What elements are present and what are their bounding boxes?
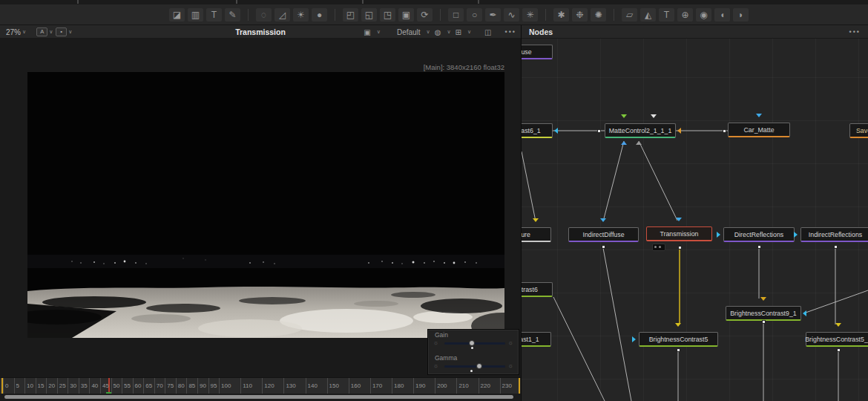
color-curves-icon[interactable]: ◿ (274, 8, 290, 22)
gain-label: Gain (435, 331, 448, 339)
imageplane3d-icon[interactable]: ▱ (622, 8, 637, 22)
node-connector-arrow[interactable] (803, 310, 806, 316)
pixel-inspector-icon[interactable]: ▣ (364, 28, 370, 36)
node-connector-arrow[interactable] (756, 114, 762, 117)
merge-icon[interactable]: ◰ (343, 8, 358, 22)
node-connector-square[interactable] (677, 348, 680, 352)
fastnoise-icon[interactable]: ▥ (188, 8, 203, 22)
timeline-scrollbar-thumb[interactable] (4, 395, 513, 399)
node-directreflections[interactable]: DirectReflections (723, 227, 795, 242)
node-label: DirectReflections (734, 231, 784, 238)
node-mattecontrol2-1-1-1[interactable]: MatteControl2_1_1_1 (605, 123, 676, 138)
node-brightnesscontrast5[interactable]: BrightnessContrast5 (639, 332, 718, 347)
time-ruler[interactable]: 0510152025303540455055606570758085909510… (0, 377, 521, 394)
toolbar-separator (248, 9, 249, 21)
pemitter-icon[interactable]: ✱ (553, 8, 569, 22)
blur-icon[interactable]: ● (312, 8, 327, 22)
node-texture[interactable]: Texture (522, 227, 551, 242)
node-brightnesscontrast5-1[interactable]: BrightnessContrast5_1 (806, 332, 868, 347)
node-car-matte[interactable]: Car_Matte (728, 123, 790, 137)
gain-slider[interactable] (444, 342, 505, 345)
spotlight3d-icon[interactable]: ◖ (714, 8, 730, 22)
node-connector-arrow[interactable] (760, 297, 766, 301)
node-connector-arrow[interactable] (636, 141, 642, 145)
node-brightnesscontrast9-1[interactable]: BrightnessContrast9_1 (726, 306, 801, 321)
node-connector-arrow[interactable] (651, 114, 657, 118)
node-graph[interactable]: DiffuseBrightnessContrast6_1MatteControl… (522, 39, 868, 401)
node-connector-square[interactable] (757, 245, 761, 249)
brightness-contrast-icon[interactable]: ☀ (293, 8, 309, 22)
shape3d-icon[interactable]: ◭ (640, 8, 656, 22)
merge-under-icon[interactable]: ◱ (361, 8, 377, 22)
node-label: BrightnessContrast6_1 (522, 127, 541, 134)
node-label: Saver (856, 127, 868, 134)
node-connector-arrow[interactable] (621, 141, 627, 145)
channel-booleans-icon[interactable]: ◳ (380, 8, 395, 22)
node-connector-square[interactable] (597, 129, 601, 133)
color-corrector-icon[interactable]: ◌ (256, 8, 272, 22)
lut-sphere-icon[interactable]: ◍ (435, 28, 441, 36)
node-connector-square[interactable] (762, 320, 766, 324)
bspline-mask-icon[interactable]: ∿ (504, 8, 519, 22)
rectangle-mask-icon[interactable]: □ (448, 8, 464, 22)
camera3d-icon[interactable]: ◉ (696, 8, 711, 22)
node-connector-square[interactable] (834, 245, 838, 249)
node-connector-arrow[interactable] (600, 218, 606, 222)
text3d-icon[interactable]: T (659, 8, 674, 22)
gamma-slider-handle[interactable] (476, 363, 482, 369)
viewer-options-menu[interactable]: ••• (505, 28, 516, 36)
node-indirectdiffuse[interactable]: IndirectDiffuse (568, 227, 639, 242)
node-connector-arrow[interactable] (554, 128, 558, 134)
node-brightnesscontrast1-1[interactable]: BrightnessContrast1_1 (522, 332, 551, 347)
node-connector-square[interactable] (678, 246, 682, 250)
renderer3d-icon[interactable]: ◗ (733, 8, 749, 22)
node-connector-arrow[interactable] (621, 114, 627, 118)
transform-icon[interactable]: ⟳ (417, 8, 433, 22)
node-connector-arrow[interactable] (794, 232, 798, 238)
node-brightnesscontrast6[interactable]: BrightnessContrast6 (522, 282, 553, 297)
tab-separator (362, 0, 364, 4)
node-connector-square[interactable] (837, 348, 841, 352)
node-diffuse[interactable]: Diffuse (522, 45, 553, 59)
node-connector-square[interactable] (602, 245, 605, 249)
nodes-options-menu[interactable]: ••• (849, 28, 861, 36)
pmerge-icon[interactable]: ❉ (572, 8, 588, 22)
background-icon[interactable]: ◪ (169, 8, 185, 22)
magic-mask-icon[interactable]: ✳ (522, 8, 538, 22)
node-transmission[interactable]: Transmission (646, 226, 712, 241)
node-connector-arrow[interactable] (677, 128, 681, 134)
gain-slider-handle[interactable] (469, 340, 475, 346)
node-indirectreflections[interactable]: IndirectReflections (800, 227, 868, 242)
node-connector-arrow[interactable] (835, 323, 841, 327)
render-range-end-marker[interactable] (519, 378, 520, 394)
node-connector-arrow[interactable] (632, 336, 636, 342)
view-mode-value: Default (397, 28, 421, 36)
view-mode-dropdown[interactable]: Default ∨ (397, 28, 430, 36)
node-connector-arrow[interactable] (675, 323, 681, 327)
node-label: BrightnessContrast5 (649, 336, 708, 343)
toolbar-separator (440, 9, 441, 21)
polygon-mask-icon[interactable]: ✒ (485, 8, 501, 22)
node-connector-arrow[interactable] (533, 218, 539, 222)
node-label: BrightnessContrast1_1 (522, 336, 539, 343)
node-label: Texture (522, 231, 530, 238)
tool-icon-row: ◪▥T✎◌◿☀●◰◱◳▣⟳□○✒∿✳✱❉✺▱◭T⊕◉◖◗ (168, 8, 750, 22)
node-connector-square[interactable] (723, 129, 726, 133)
node-saver[interactable]: Saver (849, 123, 868, 138)
node-connector-arrow[interactable] (676, 218, 682, 221)
chevron-down-icon: ∨ (467, 29, 471, 35)
node-connector-arrow[interactable] (717, 232, 720, 238)
text-icon[interactable]: T (206, 8, 222, 22)
sun-bright-icon: ☼ (508, 339, 513, 346)
split-view-icon[interactable]: ◫ (484, 28, 491, 36)
grid-overlay-icon[interactable]: ⊞ (456, 28, 461, 36)
node-brightnesscontrast6-1[interactable]: BrightnessContrast6_1 (522, 123, 553, 138)
gamma-slider[interactable] (444, 365, 505, 368)
merge3d-icon[interactable]: ⊕ (677, 8, 693, 22)
ellipse-mask-icon[interactable]: ○ (467, 8, 482, 22)
prender-icon[interactable]: ✺ (591, 8, 606, 22)
paint-icon[interactable]: ✎ (225, 8, 240, 22)
sun-bright-icon: ☼ (508, 362, 513, 369)
matte-control-icon[interactable]: ▣ (398, 8, 414, 22)
node-label: BrightnessContrast5_1 (805, 336, 868, 343)
